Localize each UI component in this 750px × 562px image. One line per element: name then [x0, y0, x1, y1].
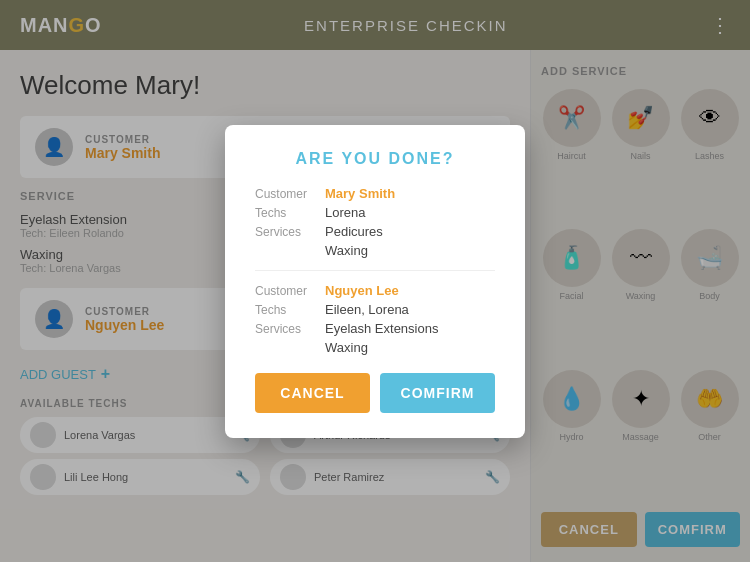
modal-techs-value-1: Lorena [325, 205, 365, 220]
modal-techs-label-1: Techs [255, 205, 315, 220]
modal-services-label-2: Services [255, 321, 315, 336]
modal-techs-row-2: Techs Eileen, Lorena [255, 302, 495, 317]
modal-buttons: CANCEL COMFIRM [255, 373, 495, 413]
modal-confirm-button[interactable]: COMFIRM [380, 373, 495, 413]
modal-services-row-1: Services Pedicures [255, 224, 495, 239]
modal-customer-value-1: Mary Smith [325, 186, 395, 201]
modal-services-value-1a: Pedicures [325, 224, 383, 239]
modal-customer-row-2: Customer Nguyen Lee [255, 283, 495, 298]
modal-customer-row-1: Customer Mary Smith [255, 186, 495, 201]
modal-title: ARE YOU DONE? [255, 150, 495, 168]
modal-services-value-2a: Eyelash Extensions [325, 321, 438, 336]
modal-service-sub-1: Waxing [325, 243, 495, 258]
modal-service-sub-2: Waxing [325, 340, 495, 355]
are-you-done-modal: ARE YOU DONE? Customer Mary Smith Techs … [225, 125, 525, 438]
modal-overlay: ARE YOU DONE? Customer Mary Smith Techs … [0, 0, 750, 562]
modal-techs-row-1: Techs Lorena [255, 205, 495, 220]
modal-techs-value-2: Eileen, Lorena [325, 302, 409, 317]
modal-divider [255, 270, 495, 271]
modal-services-label-1: Services [255, 224, 315, 239]
modal-customer-label-2: Customer [255, 283, 315, 298]
modal-techs-label-2: Techs [255, 302, 315, 317]
modal-cancel-button[interactable]: CANCEL [255, 373, 370, 413]
modal-services-row-2: Services Eyelash Extensions [255, 321, 495, 336]
modal-customer-value-2: Nguyen Lee [325, 283, 399, 298]
modal-customer-label-1: Customer [255, 186, 315, 201]
